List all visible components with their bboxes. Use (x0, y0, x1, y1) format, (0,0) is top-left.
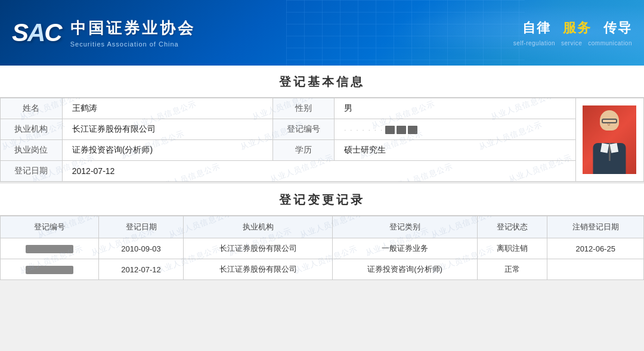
mottos-en-group: self-regulation service communication (513, 40, 632, 46)
value-position: 证券投资咨询(分析师) (62, 140, 273, 161)
change-records-table: 登记编号 登记日期 执业机构 登记类别 登记状态 注销登记日期 2010-09-… (0, 216, 644, 280)
change-date-1: 2010-09-03 (99, 238, 184, 259)
photo-cell (575, 98, 643, 182)
label-reg-id: 登记编号 (273, 119, 335, 140)
change-id-2 (1, 259, 99, 280)
header-logo: SAC (0, 18, 61, 47)
col-type: 登记类别 (333, 216, 478, 238)
org-name-en: Securities Association of China (70, 41, 196, 48)
change-type-2: 证券投资咨询(分析师) (333, 259, 478, 280)
change-id-1 (1, 238, 99, 259)
value-reg-id: · · · · · · · (335, 119, 576, 140)
motto-service-cn: 服务 (563, 19, 592, 37)
label-education: 学历 (273, 140, 335, 161)
change-org-1: 长江证券股份有限公司 (184, 238, 333, 259)
col-org: 执业机构 (184, 216, 333, 238)
basic-info-header: 登记基本信息 (0, 66, 644, 98)
reg-id-blurred: · · · · · · · (344, 126, 417, 134)
value-reg-date: 2012-07-12 (62, 161, 575, 182)
header-grid-decoration (286, 0, 525, 66)
table-row-date: 登记日期 2012-07-12 (1, 161, 644, 182)
change-row-1: 2010-09-03 长江证券股份有限公司 一般证券业务 离职注销 2012-0… (1, 238, 644, 259)
change-org-2: 长江证券股份有限公司 (184, 259, 333, 280)
motto-communication-cn: 传导 (603, 19, 632, 37)
change-table-header-row: 登记编号 登记日期 执业机构 登记类别 登记状态 注销登记日期 (1, 216, 644, 238)
label-name: 姓名 (1, 98, 63, 119)
value-gender: 男 (335, 98, 576, 119)
value-org: 长江证券股份有限公司 (62, 119, 273, 140)
change-date-2: 2012-07-12 (99, 259, 184, 280)
change-row-2: 2012-07-12 长江证券股份有限公司 证券投资咨询(分析师) 正常 (1, 259, 644, 280)
change-type-1: 一般证券业务 (333, 238, 478, 259)
table-row-position: 执业岗位 证券投资咨询(分析师) 学历 硕士研究生 (1, 140, 644, 161)
header: SAC 中国证券业协会 Securities Association of Ch… (0, 0, 644, 66)
table-row-org: 执业机构 长江证券股份有限公司 登记编号 · · · · · · · (1, 119, 644, 140)
change-status-2: 正常 (477, 259, 547, 280)
change-cancel-2 (547, 259, 644, 280)
label-gender: 性别 (273, 98, 335, 119)
change-status-1: 离职注销 (477, 238, 547, 259)
col-reg-id: 登记编号 (1, 216, 99, 238)
label-position: 执业岗位 (1, 140, 63, 161)
col-status: 登记状态 (477, 216, 547, 238)
change-table-wrapper: 从业人员信息公示 从业人员信息公示 从业人员信息公示 从业人员信息公示 从业人员… (0, 216, 644, 280)
label-org: 执业机构 (1, 119, 63, 140)
header-mottos: 自律 服务 传导 self-regulation service communi… (513, 0, 632, 66)
value-education: 硕士研究生 (335, 140, 576, 161)
basic-info-table-wrapper: 从业人员信息公示 从业人员信息公示 从业人员信息公示 从业人员信息公示 从业人员… (0, 98, 644, 182)
header-title: 中国证券业协会 Securities Association of China (70, 18, 196, 48)
org-name-cn: 中国证券业协会 (70, 18, 196, 39)
table-row-name: 姓名 王鹤涛 性别 男 (1, 98, 644, 119)
change-records-title: 登记变更记录 (279, 193, 365, 206)
change-records-header: 登记变更记录 (0, 184, 644, 216)
col-cancel-date: 注销登记日期 (547, 216, 644, 238)
mottos-cn-group: 自律 服务 传导 (513, 19, 632, 37)
sac-logo-text: SAC (12, 18, 61, 47)
main-content: 登记基本信息 从业人员信息公示 从业人员信息公示 从业人员信息公示 从业人员信息… (0, 66, 644, 280)
col-reg-date: 登记日期 (99, 216, 184, 238)
motto-self-regulation-cn: 自律 (522, 19, 551, 37)
change-cancel-1: 2012-06-25 (547, 238, 644, 259)
change-records-section: 登记变更记录 从业人员信息公示 从业人员信息公示 从业人员信息公示 从业人员信息… (0, 182, 644, 280)
person-photo (583, 105, 636, 174)
basic-info-table: 姓名 王鹤涛 性别 男 (0, 98, 644, 182)
motto-self-regulation-en: self-regulation (513, 40, 555, 46)
motto-service-en: service (561, 40, 582, 46)
value-name: 王鹤涛 (62, 98, 273, 119)
blurred-id-1 (26, 245, 73, 253)
label-reg-date: 登记日期 (1, 161, 63, 182)
motto-communication-en: communication (588, 40, 632, 46)
blurred-id-2 (26, 266, 73, 274)
basic-info-title: 登记基本信息 (279, 75, 365, 88)
